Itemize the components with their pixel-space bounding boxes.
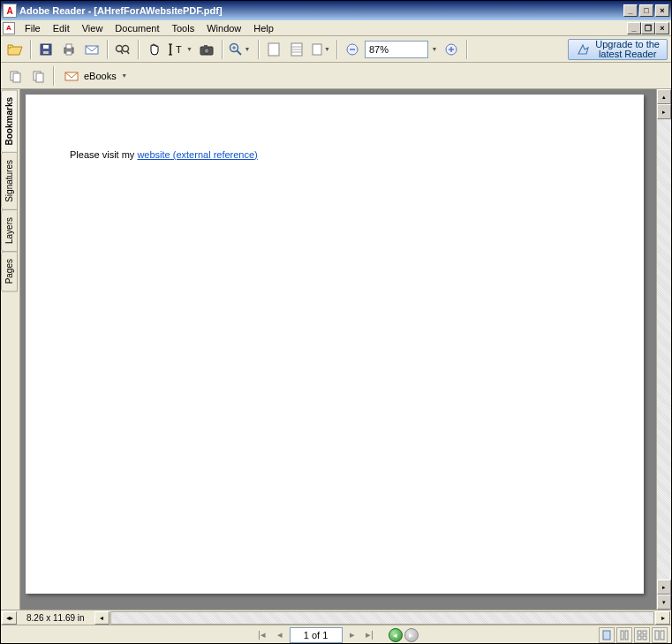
ebooks-button[interactable]: eBooks ▼	[58, 66, 135, 86]
svg-rect-44	[643, 636, 646, 640]
page-text-prefix: Please visit my	[70, 149, 137, 160]
previous-view-button[interactable]: ◂	[389, 628, 403, 642]
svg-rect-27	[313, 44, 321, 55]
menu-document[interactable]: Document	[109, 21, 165, 35]
pdf-page: Please visit my website (external refere…	[26, 95, 644, 594]
fit-page-button[interactable]	[263, 39, 284, 60]
hscroll-left-arrow[interactable]: ◂	[94, 611, 109, 625]
upgrade-button[interactable]: Upgrade to thelatest Reader	[568, 39, 668, 60]
print-button[interactable]	[58, 39, 79, 60]
svg-rect-1	[43, 45, 49, 49]
navigation-panel-tabs: Bookmarks Signatures Layers Pages	[1, 89, 20, 610]
document-icon: A	[3, 22, 15, 34]
first-page-button[interactable]: |◂	[254, 627, 270, 643]
menu-bar: A File Edit View Document Tools Window H…	[1, 20, 671, 36]
secondary-toolbar: eBooks ▼	[1, 63, 671, 89]
horizontal-scroll-track[interactable]	[110, 611, 654, 625]
previous-page-button[interactable]: ◂	[272, 627, 288, 643]
snapshot-tool-button[interactable]	[196, 39, 217, 60]
mdi-close-button[interactable]: ×	[655, 22, 669, 34]
svg-rect-2	[43, 51, 49, 54]
window-titlebar: A Adobe Reader - [AHrefForAWebsitePDF.pd…	[1, 1, 671, 20]
page-dimensions: 8.26 x 11.69 in	[18, 613, 94, 623]
zoom-in-circle-button[interactable]	[441, 39, 462, 60]
svg-rect-42	[643, 631, 646, 634]
vertical-scrollbar[interactable]: ▴ ▸ ▸ ▾	[656, 89, 671, 610]
svg-line-19	[237, 50, 241, 55]
save-button[interactable]	[35, 39, 57, 60]
svg-point-7	[117, 45, 123, 51]
window-controls: _ □ ×	[623, 4, 669, 17]
navigation-bar: |◂ ◂ ▸ ▸| ◂ ▸	[1, 625, 671, 644]
tab-layers[interactable]: Layers	[1, 209, 18, 252]
menu-view[interactable]: View	[76, 21, 109, 35]
svg-rect-43	[638, 636, 641, 640]
menu-help[interactable]: Help	[247, 21, 280, 35]
open-button[interactable]	[4, 39, 26, 60]
svg-text:T: T	[176, 44, 182, 55]
tab-pages[interactable]: Pages	[1, 251, 18, 292]
scroll-up-button[interactable]: ▴	[657, 89, 671, 104]
hscroll-left-button[interactable]: ◂▸	[2, 611, 17, 625]
clipboard-button-1[interactable]	[4, 65, 26, 87]
upgrade-text-2: latest Reader	[595, 49, 660, 59]
close-button[interactable]: ×	[655, 4, 669, 17]
hand-tool-button[interactable]	[143, 39, 164, 60]
page-content: Please visit my website (external refere…	[70, 148, 600, 161]
svg-rect-34	[13, 73, 20, 82]
tab-bookmarks[interactable]: Bookmarks	[1, 89, 18, 153]
menu-window[interactable]: Window	[200, 21, 247, 35]
menu-edit[interactable]: Edit	[47, 21, 76, 35]
svg-rect-22	[268, 43, 279, 56]
upgrade-icon	[576, 42, 590, 57]
app-icon: A	[3, 4, 17, 18]
last-page-button[interactable]: ▸|	[362, 627, 378, 643]
page-hyperlink[interactable]: website (external reference)	[137, 149, 257, 160]
page-number-input[interactable]	[290, 627, 343, 643]
select-text-tool-button[interactable]: T ▼	[166, 39, 194, 60]
svg-point-16	[204, 48, 209, 53]
page-layout-buttons	[599, 627, 668, 643]
document-pane: Please visit my website (external refere…	[20, 89, 671, 610]
svg-rect-4	[66, 44, 72, 49]
fit-width-button[interactable]	[286, 39, 307, 60]
next-page-button[interactable]: ▸	[344, 627, 360, 643]
menu-tools[interactable]: Tools	[166, 21, 201, 35]
zoom-out-button[interactable]	[342, 39, 363, 60]
svg-rect-40	[625, 631, 628, 640]
single-page-view-button[interactable]	[599, 627, 615, 643]
mdi-restore-button[interactable]: ❐	[641, 22, 655, 34]
continuous-view-button[interactable]	[616, 627, 632, 643]
facing-view-button[interactable]	[634, 627, 650, 643]
main-toolbar: T ▼ ▼ ▼ ▼ Upgrade to thelatest Reader	[1, 36, 671, 63]
ebooks-label: eBooks	[84, 71, 117, 81]
svg-line-10	[127, 51, 129, 54]
zoom-input[interactable]	[365, 41, 428, 58]
clipboard-button-2[interactable]	[27, 65, 49, 87]
document-background[interactable]: Please visit my website (external refere…	[20, 89, 656, 610]
svg-rect-36	[36, 73, 43, 82]
zoom-dropdown[interactable]: ▼	[430, 46, 439, 52]
window-title: Adobe Reader - [AHrefForAWebsitePDF.pdf]	[19, 5, 623, 16]
mdi-minimize-button[interactable]: _	[627, 22, 641, 34]
minimize-button[interactable]: _	[623, 4, 638, 17]
status-bar: ◂▸ 8.26 x 11.69 in ◂ ▸	[1, 610, 671, 625]
upgrade-text-1: Upgrade to the	[595, 40, 660, 49]
continuous-facing-view-button[interactable]	[652, 627, 668, 643]
svg-rect-46	[661, 631, 664, 640]
tab-signatures[interactable]: Signatures	[1, 152, 18, 210]
zoom-in-button[interactable]: ▼	[227, 39, 253, 60]
hscroll-right-arrow[interactable]: ▸	[655, 611, 670, 625]
svg-rect-45	[655, 631, 659, 640]
search-button[interactable]	[112, 39, 133, 60]
scroll-down-button[interactable]: ▾	[657, 595, 671, 610]
scroll-track[interactable]	[657, 119, 671, 580]
next-view-button[interactable]: ▸	[404, 628, 419, 642]
rotate-view-button[interactable]: ▼	[309, 39, 332, 60]
email-button[interactable]	[81, 39, 102, 60]
scroll-pageup-button[interactable]: ▸	[657, 104, 671, 119]
scroll-pagedown-button[interactable]: ▸	[657, 580, 671, 595]
maximize-button[interactable]: □	[639, 4, 653, 17]
menu-file[interactable]: File	[19, 21, 47, 35]
svg-line-9	[121, 51, 123, 54]
